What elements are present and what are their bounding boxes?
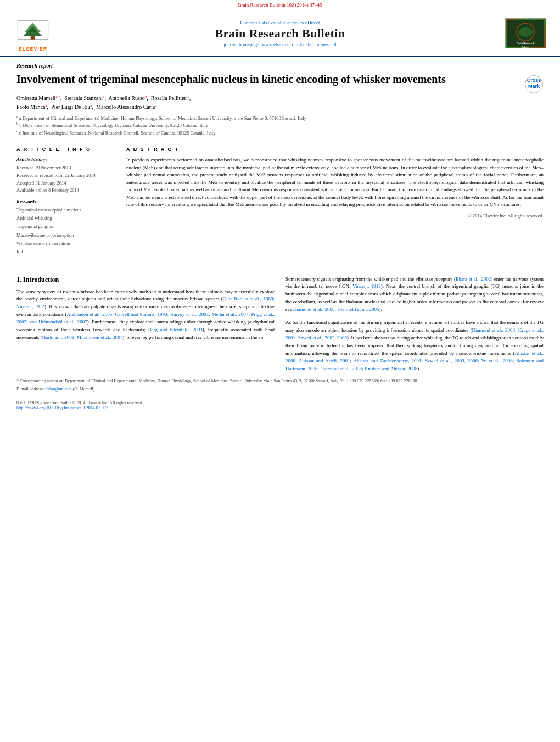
keywords-list: Trigeminal mesencephalic nucleus Artific…	[16, 206, 115, 256]
svg-text:Brain Research: Brain Research	[517, 42, 535, 45]
abstract-text: In previous experiments performed on ana…	[126, 157, 544, 209]
intro-paragraph-2: Somatosensory signals originating from t…	[285, 276, 544, 314]
abstract-header: A B S T R A C T	[126, 147, 544, 152]
author-7: Marcello Alessandro Caria	[96, 104, 155, 110]
abstract-column: A B S T R A C T In previous experiments …	[126, 147, 544, 256]
author-6: Pier Luigi De Riu	[51, 104, 90, 110]
affiliations: a a Department of Clinical and Experimen…	[16, 114, 544, 137]
journal-cover-image: Brain Research Bulletin	[505, 18, 546, 48]
corresponding-author-note: * Corresponding author at: Department of…	[16, 378, 544, 384]
crossmark-icon: Cross Mark	[524, 75, 544, 94]
affiliation-a: a a Department of Clinical and Experimen…	[16, 114, 544, 122]
section-divider	[0, 269, 560, 269]
intro-heading: 1. Introduction	[16, 276, 275, 284]
author-5: Paolo Manca	[16, 104, 46, 110]
svg-text:Cross: Cross	[527, 77, 541, 83]
intro-paragraph-1: The sensory system of rodent vibrissae h…	[16, 288, 275, 342]
ref-ebara[interactable]: Ebara et al., 2002	[456, 276, 491, 282]
journal-citation-bar: Brain Research Bulletin 102 (2014) 37–45	[0, 0, 560, 10]
email-note: E-mail address: fisiou@uniss.it (O. Mame…	[16, 386, 544, 393]
keyword-4: Macrovibrissae proprioception	[16, 231, 115, 239]
page: Brain Research Bulletin 102 (2014) 37–45…	[0, 0, 560, 742]
homepage-label: journal homepage:	[223, 42, 260, 47]
introduction-section: 1. Introduction The sensory system of ro…	[0, 276, 560, 373]
issn-line: 0361-9230/$ – see front matter © 2014 El…	[16, 400, 544, 405]
ref-ahissar-et-al[interactable]: Ahissar et al., 2000; Ahissar and Arieli…	[285, 350, 544, 371]
keyword-3: Trigeminal ganglion	[16, 222, 115, 231]
journal-citation: Brain Research Bulletin 102 (2014) 37–45	[238, 2, 322, 8]
intro-left-column: 1. Introduction The sensory system of ro…	[16, 276, 275, 373]
journal-header: ELSEVIER Contents lists available at Sci…	[0, 10, 560, 57]
journal-title: Brain Research Bulletin	[60, 26, 500, 41]
ref-vincent[interactable]: Vincent, 1913	[352, 283, 381, 289]
ref-diamond-krupa[interactable]: Diamond et al., 2008; Krupa et al., 2001…	[285, 327, 544, 341]
elsevier-logo: ELSEVIER	[11, 15, 55, 52]
email-link[interactable]: fisiou@uniss.it	[45, 387, 71, 392]
journal-thumbnail: Brain Research Bulletin	[505, 18, 549, 48]
keyword-5: Whisker sensory innervation	[16, 239, 115, 248]
received-date: Received 19 November 2013	[16, 164, 115, 172]
ref-berg-kleinfeld[interactable]: Berg and Kleinfeld, 2003	[148, 327, 203, 332]
elsevier-text: ELSEVIER	[19, 46, 48, 52]
homepage-link[interactable]: www.elsevier.com/locate/brainresbull	[262, 42, 337, 47]
footnotes: * Corresponding author at: Department of…	[0, 373, 560, 397]
keywords-label: Keywords:	[16, 199, 115, 204]
svg-text:Mark: Mark	[528, 83, 540, 89]
elsevier-tree-icon	[11, 15, 55, 45]
affiliation-c: c c Institute of Neurological Sciences, …	[16, 129, 544, 137]
doi-line: http://dx.doi.org/10.1016/j.brainresbull…	[16, 405, 544, 410]
available-date: Available online 8 February 2014	[16, 187, 115, 194]
header-center: Contents lists available at ScienceDirec…	[60, 20, 500, 47]
intro-right-column: Somatosensory signals originating from t…	[285, 276, 544, 373]
article-title: Involvement of trigeminal mesencephalic …	[16, 72, 519, 86]
ref-gulc-robles[interactable]: Gulc-Robles et al., 1989; Vincent, 1912	[16, 296, 275, 309]
journal-homepage: journal homepage: www.elsevier.com/locat…	[60, 42, 500, 47]
article-info-header: A R T I C L E I N F O	[16, 147, 115, 152]
info-abstract-section: A R T I C L E I N F O Article history: R…	[16, 141, 544, 256]
svg-rect-4	[31, 36, 35, 40]
keyword-6: Rat	[16, 248, 115, 256]
ref-arabzadeh[interactable]: Arabzadeh et al., 2005; Carvell and Simo…	[16, 311, 275, 325]
contents-label: Contents lists available at	[240, 20, 291, 25]
keyword-2: Artificial whisking	[16, 214, 115, 222]
accepted-date: Accepted 31 January 2014	[16, 180, 115, 187]
ref-diamond-2008[interactable]: Diamond et al., 2008; Kleinfeld et al., …	[293, 306, 379, 312]
revised-date: Received in revised form 22 January 2014	[16, 172, 115, 180]
author-2: Stefania Stanzani	[64, 95, 103, 101]
article-info-column: A R T I C L E I N F O Article history: R…	[16, 147, 115, 256]
sciencedirect-link[interactable]: ScienceDirect	[292, 20, 320, 25]
copyright-notice: © 2014 Elsevier Inc. All rights reserved…	[126, 213, 544, 219]
affiliation-b: b b Department of Biomedical Sciences, P…	[16, 121, 544, 129]
history-label: Article history:	[16, 157, 115, 162]
intro-paragraph-3: As for the functional significance of th…	[285, 319, 544, 373]
author-4: Rosalia Pellitteri	[151, 95, 188, 101]
keyword-1: Trigeminal mesencephalic nucleus	[16, 206, 115, 214]
bottom-bar: 0361-9230/$ – see front matter © 2014 El…	[0, 397, 560, 414]
article-type: Research report	[16, 63, 544, 69]
author-3: Antonella Russo	[108, 95, 144, 101]
article-content: Research report Involvement of trigemina…	[0, 57, 560, 262]
doi-link[interactable]: http://dx.doi.org/10.1016/j.brainresbull…	[16, 405, 108, 410]
author-1: Ombretta Mameli	[16, 95, 55, 101]
authors-line: Ombretta Mamelia,*, Stefania Stanzanib, …	[16, 94, 544, 112]
ref-hartmann[interactable]: Hartmann, 2001; Mitchinson et al., 2007	[42, 334, 122, 340]
contents-line: Contents lists available at ScienceDirec…	[60, 20, 500, 25]
svg-text:Bulletin: Bulletin	[522, 46, 529, 48]
email-author: (O. Mameli).	[72, 387, 96, 392]
